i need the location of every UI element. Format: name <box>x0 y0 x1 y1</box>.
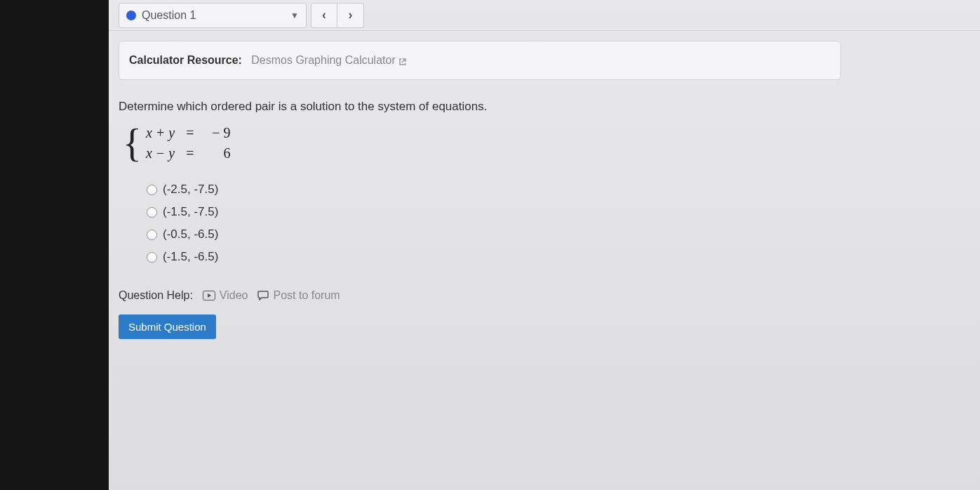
forum-help-text: Post to forum <box>273 289 340 302</box>
choice-2[interactable]: (-1.5, -7.5) <box>147 205 970 219</box>
left-brace-icon: { <box>123 124 142 163</box>
question-content: Calculator Resource: Desmos Graphing Cal… <box>109 31 980 349</box>
question-dropdown[interactable]: Question 1 ▼ <box>119 3 307 28</box>
video-help-text: Video <box>220 289 248 302</box>
choice-2-label: (-1.5, -7.5) <box>163 205 218 219</box>
eq1-lhs: x + y <box>146 125 175 141</box>
speech-bubble-icon <box>257 291 269 300</box>
choice-3[interactable]: (-0.5, -6.5) <box>147 227 970 241</box>
desmos-link-text: Desmos Graphing Calculator <box>251 54 395 67</box>
resource-label: Calculator Resource: <box>129 54 242 66</box>
forum-help-link[interactable]: Post to forum <box>257 289 340 302</box>
question-number-label: Question 1 <box>142 9 196 22</box>
question-nav-bar: Question 1 ▼ ‹ › <box>109 0 980 31</box>
radio-icon <box>147 252 157 263</box>
eq2-rhs: 6 <box>205 145 230 161</box>
chevron-right-icon: › <box>349 8 353 22</box>
answer-choices: (-2.5, -7.5) (-1.5, -7.5) (-0.5, -6.5) (… <box>147 183 970 264</box>
choice-4-label: (-1.5, -6.5) <box>163 250 218 264</box>
question-help-row: Question Help: Video Post to forum <box>119 289 970 302</box>
question-prompt: Determine which ordered pair is a soluti… <box>119 100 970 114</box>
desmos-link[interactable]: Desmos Graphing Calculator <box>251 54 406 67</box>
choice-1-label: (-2.5, -7.5) <box>163 183 218 197</box>
prev-question-button[interactable]: ‹ <box>311 3 337 28</box>
choice-1[interactable]: (-2.5, -7.5) <box>147 183 970 197</box>
eq2-lhs: x − y <box>146 145 175 161</box>
main-content-area: Question 1 ▼ ‹ › Calculator Resource: De… <box>109 0 980 490</box>
choice-3-label: (-0.5, -6.5) <box>163 227 218 241</box>
choice-4[interactable]: (-1.5, -6.5) <box>147 250 970 264</box>
video-play-icon <box>203 291 215 300</box>
video-help-link[interactable]: Video <box>203 289 248 302</box>
eq2-op: = <box>186 145 194 161</box>
left-dark-panel <box>0 0 109 490</box>
chevron-down-icon: ▼ <box>290 11 299 20</box>
eq1-op: = <box>186 125 194 141</box>
external-link-icon <box>398 56 407 65</box>
submit-question-button[interactable]: Submit Question <box>119 314 216 339</box>
radio-icon <box>147 230 157 240</box>
help-label: Question Help: <box>119 289 193 302</box>
radio-icon <box>147 207 157 218</box>
status-dot-icon <box>126 11 136 20</box>
chevron-left-icon: ‹ <box>322 8 326 22</box>
equation-system: { x + y = − 9 x − y = 6 <box>123 124 970 163</box>
radio-icon <box>147 185 157 195</box>
eq1-rhs: − 9 <box>205 125 230 141</box>
next-question-button[interactable]: › <box>337 3 364 28</box>
calculator-resource-box: Calculator Resource: Desmos Graphing Cal… <box>119 41 841 80</box>
